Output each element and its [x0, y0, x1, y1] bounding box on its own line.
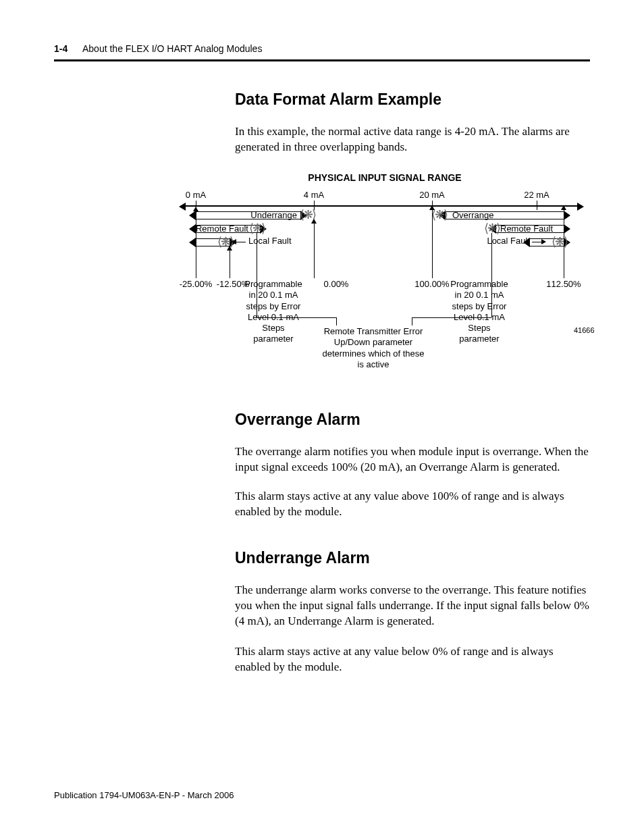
connector-left-drop — [336, 317, 337, 325]
slider-icon: ⟨❋⟩ — [431, 209, 447, 221]
connector-right-h — [412, 317, 491, 318]
heading-underrange-alarm: Underrange Alarm — [235, 549, 370, 567]
tick-22ma — [537, 201, 537, 210]
axis-main — [186, 205, 577, 207]
guide-arrow-22 — [564, 209, 564, 278]
pct-label-1125: 112.50% — [546, 279, 581, 289]
pointer-local-left — [236, 242, 246, 242]
slider-icon: ⟨❋⟩ — [552, 236, 567, 248]
label-remote-fault-right: Remote Fault — [500, 224, 553, 234]
connector-left-h — [257, 317, 336, 318]
connector-left — [257, 233, 257, 317]
running-header-title: About the FLEX I/O HART Analog Modules — [82, 43, 262, 54]
label-local-fault-left: Local Fault — [248, 236, 292, 246]
guide-arrow-m125 — [230, 250, 230, 278]
label-remote-fault-left: Remote Fault — [196, 224, 248, 234]
diagram-title: PHYSICAL INPUT SIGNAL RANGE — [308, 172, 461, 183]
heading-data-format-alarm-example: Data Format Alarm Example — [235, 90, 441, 109]
note-remote-transmitter: Remote Transmitter Error Up/Down paramet… — [322, 326, 424, 370]
tick-label-20ma: 20 mA — [419, 190, 445, 200]
pct-label-0: 0.00% — [324, 279, 349, 289]
label-local-fault-right: Local Fault — [487, 236, 530, 246]
page-number: 1-4 — [54, 43, 68, 54]
paragraph-underrange-1: The underrange alarm works converse to t… — [235, 583, 590, 629]
paragraph-example-intro: In this example, the normal active data … — [235, 124, 590, 155]
tick-label-4ma: 4 mA — [304, 190, 324, 200]
header-rule — [54, 59, 590, 61]
footer-publication: Publication 1794-UM063A-EN-P - March 200… — [54, 790, 234, 800]
label-underrange: Underrange — [250, 210, 297, 220]
pointer-local-right — [532, 242, 541, 242]
paragraph-overrange-1: The overrange alarm notifies you when mo… — [235, 444, 590, 475]
tick-label-22ma: 22 mA — [524, 190, 549, 200]
tick-label-0ma: 0 mA — [186, 190, 206, 200]
label-overrange: Overrange — [452, 210, 493, 220]
guide-arrow-0 — [196, 211, 196, 278]
figure-number: 41666 — [574, 326, 595, 334]
paragraph-underrange-2: This alarm stays active at any value bel… — [235, 644, 590, 675]
heading-overrange-alarm: Overrange Alarm — [235, 411, 360, 429]
paragraph-overrange-2: This alarm stays active at any value abo… — [235, 489, 590, 520]
pct-label-100: 100.00% — [414, 279, 449, 289]
note-programmable-left: Programmable in 20 0.1 mA steps by Error… — [244, 279, 302, 345]
note-programmable-right: Programmable in 20 0.1 mA steps by Error… — [450, 279, 508, 345]
diagram-physical-input-signal-range: PHYSICAL INPUT SIGNAL RANGE 0 mA 4 mA 20… — [176, 172, 594, 382]
guide-arrow-4 — [314, 223, 315, 278]
connector-right-drop — [412, 317, 412, 325]
guide-arrow-20 — [432, 209, 433, 278]
connector-right — [491, 233, 492, 317]
pct-label-m25: -25.00% — [180, 279, 212, 289]
